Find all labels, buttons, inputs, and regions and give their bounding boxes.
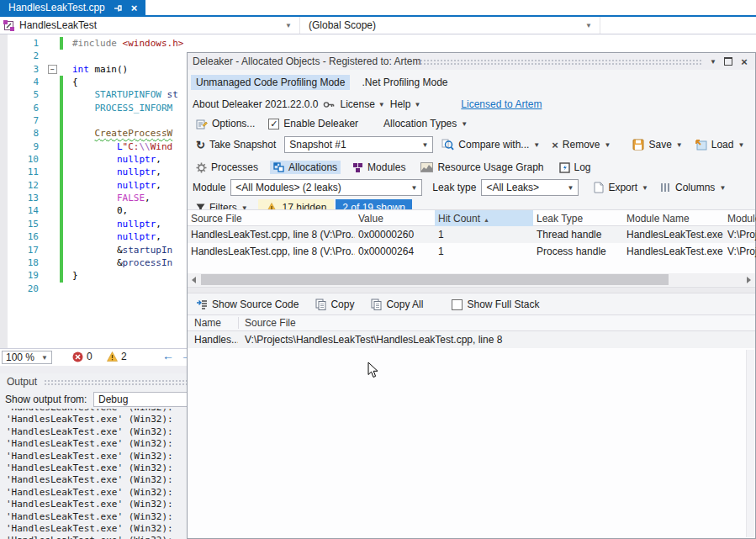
warning-count[interactable]: 2 xyxy=(121,351,127,362)
column-separator[interactable] xyxy=(238,317,239,329)
code-line[interactable]: 14 0, xyxy=(0,204,187,217)
code-line[interactable]: 13 FALSE, xyxy=(0,192,187,204)
module-dropdown[interactable]: <All Modules> (2 leaks)▼ xyxy=(230,179,422,196)
code-line[interactable]: 10 nullptr, xyxy=(0,153,187,166)
enable-deleaker-checkbox[interactable]: ✓ Enable Deleaker xyxy=(265,117,362,130)
view-tab-modules[interactable]: Modules xyxy=(349,161,409,174)
table-row[interactable]: HandlesLeakTest.cpp, line 8 (V:\Pro...0x… xyxy=(188,226,755,243)
output-line: 'HandlesLeakTest.exe' (Win32): xyxy=(0,451,187,462)
code-line[interactable]: 5 STARTUPINFOW st xyxy=(0,88,187,101)
line-number: 7 xyxy=(0,114,39,127)
error-count[interactable]: 0 xyxy=(87,351,93,362)
scroll-right-icon[interactable] xyxy=(743,273,755,286)
line-number: 19 xyxy=(0,269,39,282)
output-line: 'HandlesLeakTest.exe' (Win32): xyxy=(0,438,187,450)
project-dropdown[interactable]: HandlesLeakTest ▼ xyxy=(0,17,299,34)
show-source-code-button[interactable]: Show Source Code xyxy=(193,298,302,311)
output-title: Output xyxy=(7,376,37,388)
col-header-value[interactable]: Value xyxy=(355,210,435,227)
code-line[interactable]: 15 nullptr, xyxy=(0,218,187,230)
editor-zoom-dropdown[interactable]: 100 % ▼ xyxy=(2,351,52,364)
code-line[interactable]: 17 &startupIn xyxy=(0,244,187,256)
code-line[interactable]: 9 L"C:\\Wind xyxy=(0,140,187,153)
fold-collapse-icon[interactable]: − xyxy=(48,65,57,74)
stack-table-header: Name Source File xyxy=(188,314,755,331)
show-full-stack-checkbox[interactable]: Show Full Stack xyxy=(448,298,542,311)
code-line[interactable]: 2 xyxy=(0,50,187,62)
code-line[interactable]: 12 nullptr, xyxy=(0,179,187,192)
col-header-module-name[interactable]: Module Name xyxy=(623,210,724,227)
view-tab-processes[interactable]: Processes xyxy=(193,161,262,174)
load-button[interactable]: Load▼ xyxy=(691,138,748,151)
tab-net-mode[interactable]: .Net Profiling Mode xyxy=(357,75,452,90)
code-line[interactable]: 3−int main() xyxy=(0,63,187,76)
columns-button[interactable]: Columns▼ xyxy=(657,181,729,194)
code-line[interactable]: 16 nullptr, xyxy=(0,230,187,243)
menu-license[interactable]: License▼ xyxy=(340,98,384,110)
view-tab-resource-graph[interactable]: Resource Usage Graph xyxy=(417,161,547,174)
code-line[interactable]: 20 xyxy=(0,283,187,295)
project-dropdown-label: HandlesLeakTest xyxy=(19,19,97,31)
pin-icon[interactable] xyxy=(114,3,123,13)
document-tab[interactable]: HandlesLeakTest.cpp × xyxy=(0,0,145,15)
col-header-source-file[interactable]: Source File xyxy=(188,210,355,227)
scrollbar-thumb[interactable] xyxy=(201,274,669,285)
code-line[interactable]: 11 nullptr, xyxy=(0,166,187,178)
copy-all-button[interactable]: Copy All xyxy=(367,298,426,311)
editor-zoom-label: 100 % xyxy=(6,351,34,363)
allocation-types-menu[interactable]: Allocation Types▼ xyxy=(380,117,471,130)
output-log[interactable]: 'HandlesLeakTest.exe' (Win32):'HandlesLe… xyxy=(0,402,187,539)
code-line[interactable]: 8 CreateProcessW xyxy=(0,127,187,140)
col-header-source-file[interactable]: Source File xyxy=(245,317,296,329)
licensed-to-link[interactable]: Licensed to Artem xyxy=(461,98,542,110)
scope-dropdown[interactable]: (Global Scope) ▼ xyxy=(299,17,599,34)
code-line[interactable]: 4{ xyxy=(0,76,187,88)
col-header-name[interactable]: Name xyxy=(194,317,221,329)
sort-asc-icon: ▲ xyxy=(484,217,489,223)
close-icon[interactable]: × xyxy=(737,55,751,68)
chevron-down-icon: ▼ xyxy=(585,22,592,29)
member-dropdown[interactable] xyxy=(600,17,756,34)
remove-button[interactable]: × Remove▼ xyxy=(548,138,614,152)
change-bar xyxy=(60,230,63,243)
save-button[interactable]: Save▼ xyxy=(629,138,685,151)
deleaker-menubar: About Deleaker 2021.22.0.0 License▼ Help… xyxy=(193,97,542,112)
close-icon[interactable]: × xyxy=(131,2,138,14)
code-line[interactable]: 7 xyxy=(0,114,187,127)
horizontal-scrollbar[interactable] xyxy=(188,273,755,286)
vertical-scrollbar[interactable] xyxy=(746,350,754,537)
navigate-back-icon[interactable]: ← xyxy=(162,349,174,362)
copy-button[interactable]: Copy xyxy=(312,298,357,311)
code-line[interactable]: 1#include <windows.h> xyxy=(0,37,187,50)
line-number: 18 xyxy=(0,256,39,269)
deleaker-splitter[interactable] xyxy=(188,287,755,293)
view-tab-allocations[interactable]: Allocations xyxy=(270,161,341,174)
chevron-down-icon: ▼ xyxy=(41,354,48,362)
col-header-hit-count[interactable]: Hit Count▲ xyxy=(435,210,533,227)
leak-type-dropdown[interactable]: <All Leaks>▼ xyxy=(481,179,579,196)
snapshot-dropdown[interactable]: Snapshot #1▼ xyxy=(284,136,433,153)
code-line[interactable]: 19} xyxy=(0,269,187,282)
tab-unmanaged-mode[interactable]: Unmanaged Code Profiling Mode xyxy=(191,75,350,90)
deleaker-panel: Deleaker - Allocated Objects - Registere… xyxy=(187,52,756,539)
options-button[interactable]: Options... xyxy=(193,117,258,130)
view-tab-log[interactable]: Log xyxy=(556,161,595,174)
navigate-forward-icon[interactable]: → xyxy=(181,349,187,362)
col-header-module[interactable]: Module xyxy=(724,210,756,227)
col-header-leak-type[interactable]: Leak Type xyxy=(533,210,623,227)
maximize-icon[interactable] xyxy=(722,55,735,68)
menu-about[interactable]: About Deleaker 2021.22.0.0 xyxy=(193,98,318,110)
compare-with-button[interactable]: Compare with...▼ xyxy=(438,138,543,151)
code-line[interactable]: 18 &processIn xyxy=(0,256,187,269)
deleaker-titlebar[interactable]: Deleaker - Allocated Objects - Registere… xyxy=(188,53,755,70)
scroll-left-icon[interactable] xyxy=(188,273,200,286)
table-row[interactable]: HandlesLeakTest.cpp, line 8 (V:\Pro...0x… xyxy=(188,243,755,260)
table-row[interactable]: Handles...V:\Projects\HandlesLeakTest\Ha… xyxy=(188,331,755,348)
stack-name-cell: Handles... xyxy=(194,331,238,348)
menu-help[interactable]: Help▼ xyxy=(390,98,421,110)
take-snapshot-button[interactable]: ↻ Take Snapshot xyxy=(193,138,279,152)
code-line[interactable]: 6 PROCESS_INFORM xyxy=(0,102,187,114)
output-line: 'HandlesLeakTest.exe' (Win32): xyxy=(0,499,187,510)
window-position-icon[interactable]: ▼ xyxy=(706,55,720,68)
export-button[interactable]: Export▼ xyxy=(590,181,652,194)
